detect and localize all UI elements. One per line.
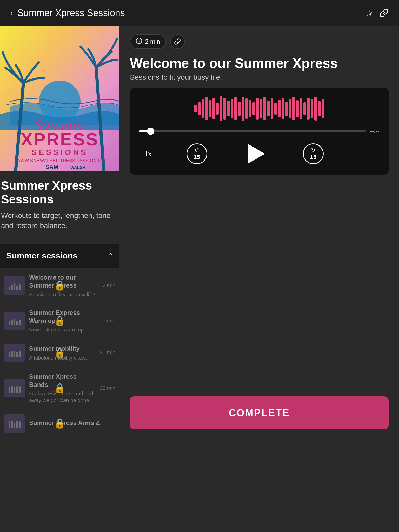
wave-bar — [245, 98, 248, 119]
wave-bar — [307, 98, 310, 120]
header-icons: ☆ — [365, 8, 389, 18]
thumb-bar — [19, 421, 21, 428]
wave-bar — [198, 102, 201, 115]
thumb-bars — [9, 281, 21, 290]
play-button[interactable] — [242, 141, 268, 167]
course-main-description: Workouts to target, lengthen, tone and r… — [1, 210, 114, 231]
session-item[interactable]: Welcome to our Summer Xpress Sessions to… — [0, 268, 119, 303]
skip-forward-button[interactable]: ↻ 15 — [303, 143, 324, 164]
wave-bar — [314, 97, 317, 121]
wave-bar — [252, 102, 255, 115]
left-column: Summer XPRESS SESSIONS WWW.SAMWALSHFITNE… — [0, 26, 119, 438]
link-badge-button[interactable] — [170, 34, 185, 49]
session-item[interactable]: Summer Xpress Arms & 🔒 — [0, 409, 119, 438]
speed-button[interactable]: 1x — [144, 150, 151, 158]
thumb-inner — [4, 414, 25, 433]
thumb-bar — [11, 421, 13, 428]
session-desc: Sessions to fit your busy life! — [29, 291, 98, 298]
thumb-bar — [9, 287, 10, 290]
wave-bar — [223, 98, 226, 120]
bookmark-icon: ☆ — [365, 8, 373, 18]
main-content: Summer XPRESS SESSIONS WWW.SAMWALSHFITNE… — [0, 26, 399, 438]
session-item[interactable]: Summer Xpress Bands Grab a resistance ba… — [0, 367, 119, 409]
waveform — [139, 96, 379, 122]
wave-bar — [194, 105, 197, 112]
course-image: Summer XPRESS SESSIONS WWW.SAMWALSHFITNE… — [0, 26, 119, 171]
wave-bar — [227, 101, 230, 116]
session-list: Welcome to our Summer Xpress Sessions to… — [0, 268, 119, 438]
wave-bar — [271, 98, 273, 119]
sessions-section: Summer sessions ⌃ Welcome to — [0, 244, 119, 438]
svg-text:FITNESS: FITNESS — [71, 170, 85, 171]
sessions-header-title: Summer sessions — [6, 251, 77, 261]
header: ‹ Summer Xpress Sessions ☆ — [0, 0, 399, 26]
wave-bar — [202, 99, 204, 118]
course-info: Summer Xpress Sessions Workouts to targe… — [0, 171, 119, 236]
thumb-bar — [19, 386, 21, 393]
lock-icon: 🔒 — [54, 347, 66, 358]
skip-back-arrow: ↺ — [195, 147, 199, 153]
thumb-bar — [9, 387, 10, 393]
thumb-bar — [16, 386, 18, 393]
wave-bar — [267, 101, 270, 116]
session-item[interactable]: Summer Express Warm up Never skip the wa… — [0, 303, 119, 338]
wave-bar — [318, 101, 321, 116]
thumb-bar — [16, 321, 18, 325]
chevron-up-icon: ⌃ — [107, 251, 113, 260]
wave-bar — [278, 100, 281, 117]
progress-thumb[interactable] — [147, 128, 154, 135]
skip-back-button[interactable]: ↺ 15 — [187, 143, 207, 164]
duration-text: 2 min — [145, 38, 160, 45]
wave-bar — [260, 99, 262, 118]
episode-title-area: Welcome to our Summer Xpress Sessions to… — [130, 55, 389, 82]
header-title: Summer Xpress Sessions — [17, 8, 125, 18]
back-button[interactable]: ‹ — [10, 8, 13, 18]
thumb-bar — [11, 285, 13, 290]
thumb-bar — [9, 321, 10, 325]
wave-bar — [205, 97, 208, 120]
thumb-bars — [9, 316, 21, 325]
share-link-button[interactable] — [379, 8, 389, 18]
link-icon — [174, 38, 181, 45]
session-item[interactable]: Summer mobility A fabulous mobility clas… — [0, 338, 119, 367]
progress-track[interactable] — [139, 130, 366, 132]
thumb-bar — [19, 320, 21, 325]
thumb-bar — [14, 351, 15, 357]
wave-bar — [292, 97, 295, 120]
meta-badges: 2 min — [130, 34, 389, 49]
session-name: Summer Xpress Arms & — [29, 419, 115, 427]
thumb-bar — [14, 423, 15, 428]
complete-area: COMPLETE — [130, 386, 389, 429]
wave-bar — [303, 102, 306, 115]
thumb-bar — [11, 386, 13, 393]
session-duration: 2 min — [103, 283, 115, 289]
thumb-inner — [4, 312, 25, 330]
wave-bar — [300, 98, 302, 119]
player-controls: 1x ↺ 15 ↻ 15 — [139, 141, 379, 167]
session-thumbnail — [4, 276, 25, 295]
thumb-bar — [11, 320, 13, 325]
thumb-bar — [16, 286, 18, 290]
lock-icon: 🔒 — [54, 315, 66, 326]
thumb-bars — [9, 348, 21, 357]
progress-container: --:-- — [139, 128, 379, 135]
bookmark-button[interactable]: ☆ — [365, 8, 373, 18]
session-thumbnail — [4, 312, 25, 330]
complete-button[interactable]: COMPLETE — [130, 396, 389, 429]
course-artwork-svg: Summer XPRESS SESSIONS WWW.SAMWALSHFITNE… — [0, 26, 119, 171]
wave-bar — [289, 99, 291, 118]
wave-bar — [234, 97, 237, 120]
wave-bar — [216, 103, 219, 115]
thumb-inner — [4, 344, 25, 362]
wave-bar — [322, 99, 324, 118]
wave-bar — [285, 102, 288, 116]
wave-bar — [212, 98, 215, 119]
play-icon — [248, 144, 265, 164]
lock-icon: 🔒 — [54, 383, 66, 394]
thumb-bar — [14, 319, 15, 325]
wave-bar — [231, 99, 233, 118]
lock-icon: 🔒 — [54, 418, 66, 429]
wave-bar — [249, 100, 251, 117]
sessions-header[interactable]: Summer sessions ⌃ — [0, 244, 119, 268]
session-duration: 30 min — [100, 385, 115, 391]
